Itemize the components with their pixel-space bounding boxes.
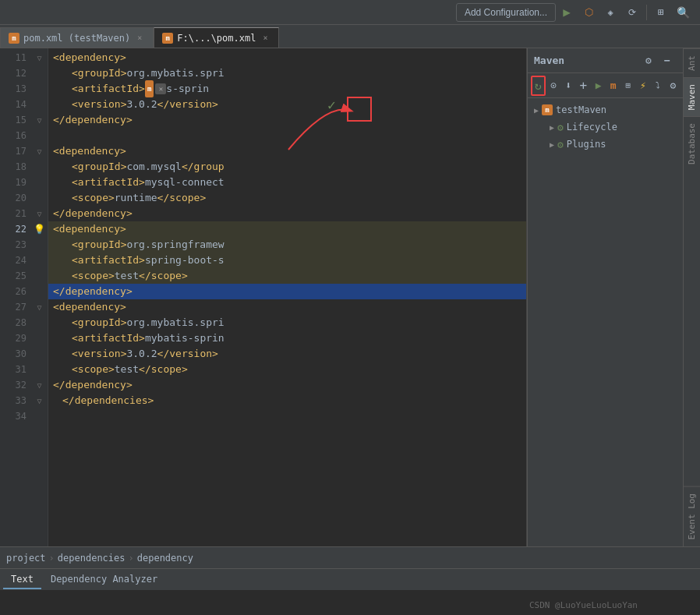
- sidebar-tab-ant[interactable]: Ant: [684, 48, 700, 77]
- code-line-29: <artifactId>mybatis-sprin: [48, 330, 526, 346]
- breadcrumb-bar: project › dependencies › dependency: [0, 546, 700, 568]
- breadcrumb-dependencies[interactable]: dependencies: [58, 553, 126, 564]
- maven-header: Maven ⚙ −: [528, 48, 683, 73]
- green-checkmark: ✓: [327, 97, 336, 113]
- code-line-21: </dependency>: [48, 206, 526, 221]
- debug-button[interactable]: ⬡: [578, 2, 599, 23]
- code-line-23: <groupId>org.springframew: [48, 237, 526, 253]
- gutter: ▽ ▽ ▽ ▽ 💡 ▽ ▽: [31, 48, 48, 546]
- tab-pom-label: pom.xml (testMaven): [23, 33, 130, 44]
- main-area: 11 12 13 14 15 16 17 18 19 20 21 22 23 2…: [0, 48, 700, 546]
- maven-project-item[interactable]: ▶ m testMaven: [528, 101, 683, 118]
- database-tab-label: Database: [687, 123, 697, 164]
- lifecycle-label: Lifecycle: [567, 122, 617, 133]
- code-line-28: <groupId>org.mybatis.spri: [48, 315, 526, 330]
- maven-more-button[interactable]: ⚙: [666, 76, 680, 96]
- code-line-34: [48, 408, 526, 424]
- tab-pom-xml[interactable]: m pom.xml (testMaven) ×: [0, 27, 154, 48]
- breadcrumb-dependency[interactable]: dependency: [137, 553, 193, 564]
- bottom-tab-text[interactable]: Text: [3, 571, 41, 589]
- sidebar-tab-maven[interactable]: Maven: [684, 77, 700, 116]
- bottom-tab-text-label: Text: [11, 574, 34, 585]
- maven-minimize-button[interactable]: −: [658, 51, 677, 70]
- maven-reload-button[interactable]: ↻: [531, 76, 546, 96]
- fold-arrow-32[interactable]: ▽: [37, 381, 41, 390]
- maven-download-button[interactable]: ⬇: [562, 76, 575, 96]
- maven-add-button[interactable]: +: [577, 76, 590, 96]
- code-line-26: </dependency>: [48, 284, 526, 299]
- maven-panel: Maven ⚙ − ↻ ⊙ ⬇ + ▶ m ⊞ ⚡ ⤵ ⚙ ▶ m testMa…: [527, 48, 683, 546]
- coverage-button[interactable]: ◈: [599, 2, 621, 23]
- code-line-31: <scope>test</scope>: [48, 362, 526, 377]
- add-config-label: Add Configuration...: [465, 7, 547, 18]
- code-line-12: <groupId>org.mybatis.spri: [48, 65, 526, 81]
- tab-pom-close[interactable]: ×: [134, 33, 145, 44]
- maven-settings-button[interactable]: ⚙: [639, 51, 658, 70]
- code-line-19: <artifactId>mysql-connect: [48, 175, 526, 190]
- maven-project-icon: m: [542, 104, 553, 115]
- maven-lightning-button[interactable]: ⚡: [636, 76, 649, 96]
- maven-parallel-button[interactable]: ⊞: [621, 76, 635, 96]
- editor[interactable]: 11 12 13 14 15 16 17 18 19 20 21 22 23 2…: [0, 48, 527, 546]
- breadcrumb-project[interactable]: project: [6, 553, 46, 564]
- profile-button[interactable]: ⟳: [621, 2, 643, 23]
- code-line-32: </dependency>: [48, 377, 526, 393]
- watermark: CSDN @LuoYueLuoLuoYan: [529, 600, 638, 610]
- tab-bar: m pom.xml (testMaven) × m F:\...\pom.xml…: [0, 25, 700, 48]
- maven-title: Maven: [534, 55, 639, 66]
- maven-toolbar: ↻ ⊙ ⬇ + ▶ m ⊞ ⚡ ⤵ ⚙: [528, 73, 683, 98]
- tab-f-pom-label: F:\...\pom.xml: [177, 33, 256, 44]
- code-line-24: <artifactId>spring-boot-s: [48, 253, 526, 268]
- code-line-27: <dependency>: [48, 299, 526, 315]
- code-line-14: <version>3.0.2</version>: [48, 97, 526, 112]
- maven-lifecycle-item[interactable]: ▶ ⚙ Lifecycle: [528, 118, 683, 136]
- maven-project-name: testMaven: [556, 104, 606, 115]
- event-log-tab-label: Event Log: [687, 493, 697, 540]
- fold-arrow-15[interactable]: ▽: [37, 116, 41, 125]
- code-area[interactable]: <dependency> <groupId>org.mybatis.spri <…: [48, 48, 526, 546]
- plugins-label: Plugins: [567, 139, 606, 150]
- maven-skip-button[interactable]: ⤵: [652, 76, 665, 96]
- tree-expand-arrow: ▶: [534, 106, 539, 115]
- code-line-33: </dependencies>: [48, 393, 526, 408]
- sidebar-tab-database[interactable]: Database: [684, 116, 700, 171]
- run-button[interactable]: ▶: [556, 2, 578, 23]
- ant-tab-label: Ant: [687, 55, 697, 71]
- code-line-15: </dependency>: [48, 112, 526, 128]
- fold-arrow-17[interactable]: ▽: [37, 147, 41, 156]
- right-sidebar: Ant Maven Database Event Log: [683, 48, 700, 546]
- maven-run-button[interactable]: ▶: [592, 76, 605, 96]
- maven-offline-button[interactable]: ⊙: [547, 76, 560, 96]
- add-configuration-button[interactable]: Add Configuration...: [456, 3, 556, 22]
- search-button[interactable]: 🔍: [672, 2, 694, 23]
- maven-tab-label: Maven: [687, 84, 697, 110]
- fold-arrow-27[interactable]: ▽: [37, 303, 41, 312]
- code-line-18: <groupId>com.mysql</group: [48, 159, 526, 175]
- code-line-13: <artifactId> m ✕ s-sprin: [48, 81, 526, 97]
- code-line-16: [48, 128, 526, 143]
- breadcrumb-sep-2: ›: [129, 553, 134, 564]
- tab-m-icon: m: [9, 33, 19, 44]
- maven-tree: ▶ m testMaven ▶ ⚙ Lifecycle ▶ ⚙ Plugins: [528, 98, 683, 546]
- lifecycle-icon: ⚙: [557, 122, 564, 133]
- tab-f-pom-close[interactable]: ×: [260, 33, 270, 44]
- bottom-tab-dependency-analyzer[interactable]: Dependency Analyzer: [43, 571, 165, 589]
- code-line-22: <dependency>: [48, 221, 526, 237]
- sidebar-tab-event-log[interactable]: Event Log: [684, 486, 700, 546]
- maven-m-button[interactable]: m: [606, 76, 620, 96]
- lifecycle-arrow: ▶: [550, 123, 554, 132]
- build-button[interactable]: ⊞: [650, 2, 672, 23]
- bottom-tab-analyzer-label: Dependency Analyzer: [51, 574, 157, 585]
- breadcrumb-sep-1: ›: [49, 553, 55, 564]
- tab-f-pom-xml[interactable]: m F:\...\pom.xml ×: [154, 27, 279, 48]
- plugins-icon: ⚙: [557, 139, 564, 150]
- maven-plugins-item[interactable]: ▶ ⚙ Plugins: [528, 136, 683, 153]
- fold-arrow-21[interactable]: ▽: [37, 210, 41, 218]
- fold-arrow-33[interactable]: ▽: [37, 397, 41, 405]
- fold-arrow-11[interactable]: ▽: [37, 54, 41, 62]
- top-toolbar: Add Configuration... ▶ ⬡ ◈ ⟳ ⊞ 🔍: [0, 0, 700, 25]
- plugins-arrow: ▶: [550, 140, 554, 149]
- code-line-17: <dependency>: [48, 143, 526, 159]
- code-line-11: <dependency>: [48, 50, 526, 65]
- bulb-icon-22[interactable]: 💡: [34, 224, 45, 235]
